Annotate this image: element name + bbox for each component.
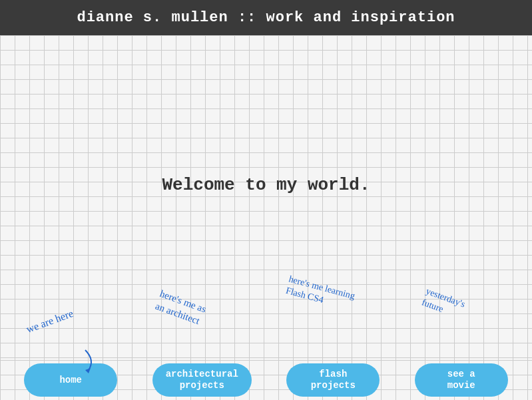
site-title: dianne s. mullen :: work and inspiration [77,9,455,26]
movie-button[interactable]: see amovie [415,363,508,397]
home-button[interactable]: home [24,363,117,397]
annotation-flash: here's me learningFlash CS4 [284,273,356,314]
flash-label: flashprojects [311,369,356,391]
annotation-movie: yesterday'sfuture [420,286,467,322]
annotation-home: we are here [25,307,75,337]
main-content: Welcome to my world. we are here here's … [0,35,532,360]
welcome-message: Welcome to my world. [162,175,370,195]
home-label: home [59,375,82,386]
arch-label: architecturalprojects [166,369,238,391]
site-header: dianne s. mullen :: work and inspiration [0,0,532,35]
arch-button[interactable]: architecturalprojects [152,363,252,397]
flash-button[interactable]: flashprojects [286,363,380,397]
movie-label: see amovie [447,369,475,391]
nav-bar: home architecturalprojects flashprojects… [0,360,532,400]
annotation-arch: here's me asan architect [154,288,208,329]
